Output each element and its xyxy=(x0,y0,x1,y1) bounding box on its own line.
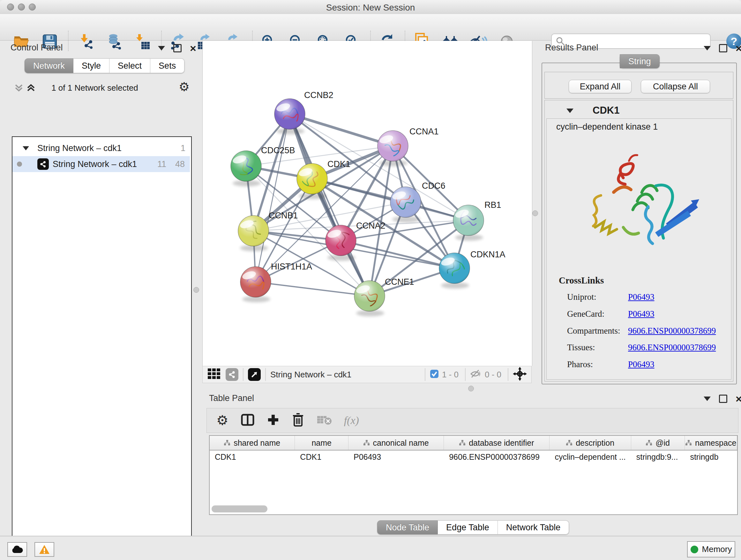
crosslink-genecard-link[interactable]: P06493 xyxy=(628,309,655,319)
network-node-count: 11 xyxy=(157,159,166,169)
panel-close-icon[interactable]: × xyxy=(736,395,741,402)
tab-node-table[interactable]: Node Table xyxy=(377,520,438,535)
edge-CCNB2-CCNA1[interactable] xyxy=(290,114,393,146)
node-RB1[interactable] xyxy=(453,205,484,241)
panel-close-icon[interactable]: × xyxy=(736,45,741,51)
crosslink-row: Compartments: xyxy=(567,326,620,336)
node-table[interactable]: shared namenamecanonical namedatabase id… xyxy=(209,435,738,515)
collapse-all-networks-icon[interactable] xyxy=(13,82,24,95)
node-CCNB1[interactable] xyxy=(238,215,269,251)
node-CDK1[interactable] xyxy=(297,164,327,199)
string-app-icon xyxy=(37,159,49,170)
right-splitter-handle[interactable] xyxy=(532,210,538,216)
toolbar-separator xyxy=(243,368,244,381)
table-cell[interactable]: cyclin–dependent ... xyxy=(549,450,631,463)
panel-float-icon[interactable] xyxy=(719,395,727,403)
node-CCNB2[interactable] xyxy=(274,99,305,134)
column-header-name[interactable]: name xyxy=(295,436,348,450)
panel-menu-icon[interactable] xyxy=(158,46,165,51)
column-header-description[interactable]: description xyxy=(549,436,631,450)
node-HIST1H1A[interactable] xyxy=(240,266,271,302)
table-cell[interactable]: CDK1 xyxy=(210,450,295,463)
crosslink-row: Uniprot: xyxy=(567,292,596,302)
selected-count: 1 - 0 xyxy=(442,370,459,380)
node-label-CCNA1: CCNA1 xyxy=(409,127,439,136)
tab-network[interactable]: Network xyxy=(24,58,73,73)
string-network-badge-icon[interactable] xyxy=(226,368,239,381)
left-splitter-handle[interactable] xyxy=(193,287,199,293)
panel-float-icon[interactable] xyxy=(173,44,182,52)
tab-string[interactable]: String xyxy=(620,54,660,68)
birdseye-view-icon[interactable] xyxy=(248,368,261,381)
network-canvas[interactable]: CCNB2CCNA1CDC25BCDK1CDC6RB1CCNB1CCNA2CDK… xyxy=(202,41,532,366)
expand-all-networks-icon[interactable] xyxy=(25,82,37,95)
node-CDC6[interactable] xyxy=(390,187,421,223)
network-row-selected[interactable]: String Network – cdk1 11 48 xyxy=(12,156,190,172)
warning-status-button[interactable] xyxy=(35,542,54,557)
create-column-icon[interactable] xyxy=(267,414,280,428)
cytoscape-window: Session: New Session xyxy=(0,0,741,560)
table-options-gear-icon[interactable]: ⚙ xyxy=(216,414,228,427)
column-header-database-identifier[interactable]: database identifier xyxy=(444,436,549,450)
node-CCNA1[interactable] xyxy=(378,131,408,166)
table-cell[interactable]: stringdb:9... xyxy=(631,450,685,463)
node-label-CCNE1: CCNE1 xyxy=(385,277,414,287)
column-header-shared-name[interactable]: shared name xyxy=(210,436,295,450)
panel-menu-icon[interactable] xyxy=(704,46,711,51)
crosslink-tissues-link[interactable]: 9606.ENSP00000378699 xyxy=(628,343,716,353)
title-bar: Session: New Session xyxy=(0,0,741,14)
selected-nodes-checkbox-icon[interactable] xyxy=(430,369,439,380)
crosslink-compartments-link[interactable]: 9606.ENSP00000378699 xyxy=(628,326,716,336)
crosslink-row: Tissues: xyxy=(567,343,595,353)
table-cell[interactable]: 9606.ENSP00000378699 xyxy=(444,450,549,463)
memory-button[interactable]: Memory xyxy=(687,541,735,557)
collapse-all-button[interactable]: Collapse All xyxy=(641,80,710,93)
results-panel-title: Results Panel xyxy=(545,43,598,53)
function-builder-icon-disabled: f(x) xyxy=(344,415,359,427)
node-CDC25B[interactable] xyxy=(231,151,261,186)
column-header-canonical-name[interactable]: canonical name xyxy=(348,436,444,450)
protein-name: CDK1 xyxy=(593,105,619,116)
table-horizontal-scrollbar[interactable] xyxy=(212,505,267,512)
expand-all-button[interactable]: Expand All xyxy=(569,80,631,93)
table-row[interactable]: CDK1CDK1P064939606.ENSP00000378699cyclin… xyxy=(210,450,737,463)
tab-select[interactable]: Select xyxy=(110,58,150,73)
tab-network-table[interactable]: Network Table xyxy=(498,520,569,535)
delete-table-icon-disabled xyxy=(317,414,332,427)
tab-sets[interactable]: Sets xyxy=(150,58,185,73)
column-header-namespace[interactable]: namespace xyxy=(685,436,737,450)
node-CCNE1[interactable] xyxy=(354,281,385,316)
table-panel-title: Table Panel xyxy=(209,393,254,403)
network-graph[interactable]: CCNB2CCNA1CDC25BCDK1CDC6RB1CCNB1CCNA2CDK… xyxy=(203,41,532,366)
column-header-@id[interactable]: @id xyxy=(631,436,685,450)
delete-column-icon[interactable] xyxy=(292,413,305,428)
edge-CCNB2-HIST1H1A[interactable] xyxy=(256,114,290,282)
crosslink-pharos-link[interactable]: P06493 xyxy=(628,360,655,369)
network-view-toolbar: String Network – cdk1 1 - 0 0 - 0 xyxy=(202,366,532,383)
fit-selected-move-icon[interactable] xyxy=(513,367,527,382)
table-cell[interactable]: CDK1 xyxy=(295,450,348,463)
node-CDKN1A[interactable] xyxy=(439,253,470,289)
table-cell[interactable]: P06493 xyxy=(348,450,444,463)
table-cell[interactable]: stringdb xyxy=(685,450,737,463)
tab-style[interactable]: Style xyxy=(73,58,110,73)
network-collection-row[interactable]: String Network – cdk1 1 xyxy=(12,140,190,156)
tab-edge-table[interactable]: Edge Table xyxy=(438,520,498,535)
node-label-CCNA2: CCNA2 xyxy=(356,221,386,231)
network-options-gear-icon[interactable]: ⚙ xyxy=(179,80,190,94)
panel-close-icon[interactable]: × xyxy=(190,45,196,51)
collection-expand-icon[interactable] xyxy=(23,146,29,150)
panel-menu-icon[interactable] xyxy=(704,396,711,401)
panel-float-icon[interactable] xyxy=(719,44,727,52)
window-title: Session: New Session xyxy=(0,3,741,13)
grid-view-icon[interactable] xyxy=(207,368,221,381)
edge-HIST1H1A-CCNE1[interactable] xyxy=(256,282,369,296)
horizontal-splitter-handle[interactable] xyxy=(468,386,474,391)
crosslink-uniprot-link[interactable]: P06493 xyxy=(628,292,655,302)
crosslink-row: GeneCard: xyxy=(567,309,604,319)
show-column-icon[interactable] xyxy=(241,413,255,428)
toolbar-separator xyxy=(465,368,466,381)
cloud-status-button[interactable] xyxy=(7,542,27,557)
node-CCNA2[interactable] xyxy=(326,225,356,261)
protein-section-collapse-icon[interactable] xyxy=(566,109,574,113)
